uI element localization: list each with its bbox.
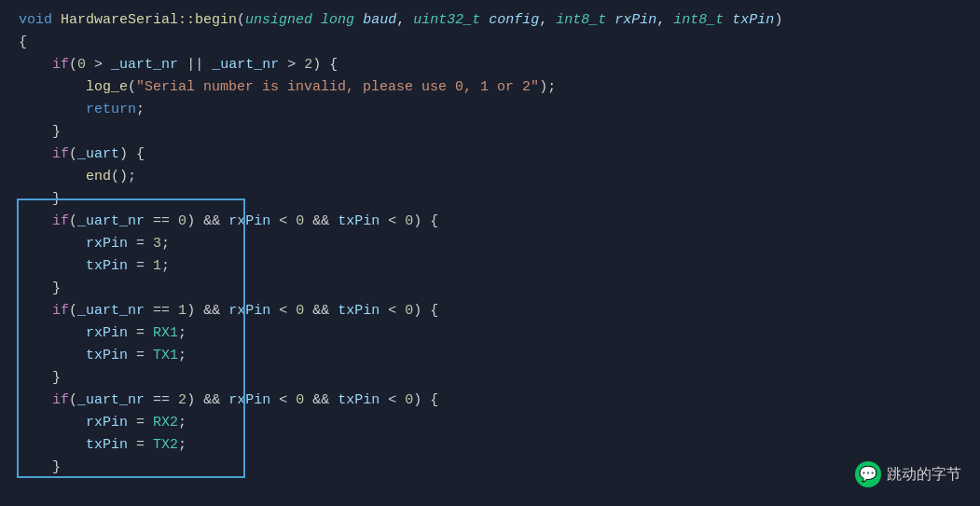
code-line-19: rxPin = RX2; xyxy=(19,412,961,434)
code-line-16: txPin = TX1; xyxy=(19,345,961,367)
code-line-14: if(_uart_nr == 1) && rxPin < 0 && txPin … xyxy=(19,300,961,322)
code-line-2: { xyxy=(19,32,961,54)
watermark-text: 跳动的字节 xyxy=(887,462,961,486)
code-line-15: rxPin = RX1; xyxy=(19,322,961,345)
code-line-10: if(_uart_nr == 0) && rxPin < 0 && txPin … xyxy=(19,211,961,233)
code-line-18: if(_uart_nr == 2) && rxPin < 0 && txPin … xyxy=(19,390,961,412)
code-line-11: rxPin = 3; xyxy=(19,233,961,255)
code-line-8: end(); xyxy=(19,166,961,188)
code-line-21: } xyxy=(19,457,961,479)
code-line-17: } xyxy=(19,367,961,390)
code-line-6: } xyxy=(19,121,961,144)
code-line-20: txPin = TX2; xyxy=(19,434,961,457)
code-line-1: void HardwareSerial::begin(unsigned long… xyxy=(19,9,961,32)
code-line-9: } xyxy=(19,188,961,211)
watermark: 💬 跳动的字节 xyxy=(855,461,961,487)
code-line-3: if(0 > _uart_nr || _uart_nr > 2) { xyxy=(19,54,961,76)
code-line-5: return; xyxy=(19,99,961,121)
code-container: void HardwareSerial::begin(unsigned long… xyxy=(0,0,980,506)
code-line-4: log_e("Serial number is invalid, please … xyxy=(19,76,961,99)
wechat-icon: 💬 xyxy=(855,461,881,487)
code-line-13: } xyxy=(19,278,961,300)
code-line-12: txPin = 1; xyxy=(19,255,961,278)
code-line-7: if(_uart) { xyxy=(19,144,961,166)
